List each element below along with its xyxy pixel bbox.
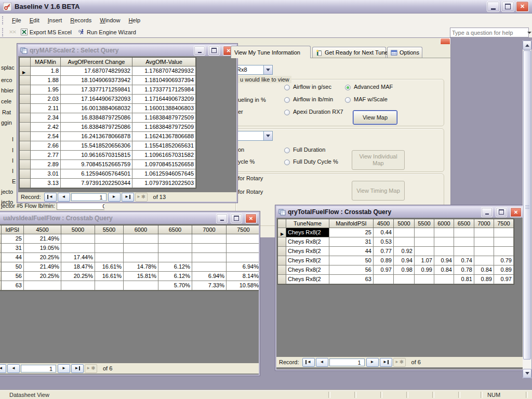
cell[interactable] xyxy=(158,234,192,244)
cell[interactable]: 2.77 xyxy=(31,151,61,160)
cell[interactable]: 1.18104906937394 xyxy=(132,76,196,85)
cell[interactable]: 10.9616570315815 xyxy=(61,151,132,160)
cell[interactable] xyxy=(474,256,494,265)
cell[interactable]: 19.05% xyxy=(24,244,61,253)
cell[interactable]: 0.97 xyxy=(374,265,394,275)
cell[interactable]: Cheys Rx8(2 xyxy=(286,265,329,275)
close-button[interactable] xyxy=(245,214,257,223)
last-record-button[interactable]: ► xyxy=(71,364,84,373)
cell[interactable]: 44 xyxy=(2,253,24,262)
row-selector[interactable] xyxy=(20,169,31,179)
cell[interactable] xyxy=(494,247,514,256)
cell[interactable] xyxy=(474,247,494,256)
column-header[interactable]: 7500 xyxy=(494,219,514,228)
cell[interactable]: 56 xyxy=(329,265,374,275)
menu-help[interactable]: Help xyxy=(124,16,144,25)
cell[interactable] xyxy=(474,237,494,247)
cell[interactable]: 25 xyxy=(329,228,374,237)
cell[interactable] xyxy=(124,253,158,262)
cell[interactable]: 2.11 xyxy=(31,104,61,113)
cell[interactable] xyxy=(95,244,124,253)
column-header[interactable]: AvgOfPercent Change xyxy=(61,58,132,66)
combo-dropdown-icon[interactable] xyxy=(263,65,272,74)
cell[interactable]: 20.25% xyxy=(24,272,61,281)
cell[interactable]: 1.07 xyxy=(415,256,434,265)
column-header[interactable]: TuneName xyxy=(286,219,329,228)
first-record-button[interactable]: ◄ xyxy=(0,364,6,373)
cell[interactable] xyxy=(192,244,227,253)
row-selector[interactable]: ▶ xyxy=(20,66,31,76)
cell[interactable] xyxy=(494,228,514,237)
cell[interactable]: 63 xyxy=(329,275,374,284)
column-header[interactable]: MAFMin xyxy=(31,58,61,66)
cell[interactable]: 0.99 xyxy=(415,265,434,275)
view-timing-map-button[interactable]: View Timing Map xyxy=(352,181,405,201)
column-header[interactable]: 5500 xyxy=(95,225,124,234)
cell[interactable] xyxy=(454,237,474,247)
cell[interactable] xyxy=(394,237,415,247)
menu-file[interactable]: File xyxy=(8,16,25,25)
cell[interactable]: 0.89 xyxy=(474,275,494,284)
row-selector[interactable] xyxy=(20,95,31,104)
row-selector[interactable] xyxy=(20,76,31,85)
row-selector[interactable]: ▶ xyxy=(0,234,2,244)
cell[interactable]: 1.10961657031582 xyxy=(132,151,196,160)
cell[interactable] xyxy=(61,281,95,290)
cell[interactable]: 6.94% xyxy=(227,262,260,272)
cell[interactable]: 56 xyxy=(2,272,24,281)
cell[interactable]: 0.74 xyxy=(454,256,474,265)
cell[interactable]: 44 xyxy=(329,247,374,256)
row-selector[interactable] xyxy=(278,275,286,284)
cell[interactable] xyxy=(95,234,124,244)
cell[interactable]: 0.53 xyxy=(374,237,394,247)
cell[interactable] xyxy=(227,253,260,262)
cell[interactable]: 2.42 xyxy=(31,123,61,132)
record-number-field[interactable]: 1 xyxy=(329,358,365,366)
column-header[interactable]: 6500 xyxy=(454,219,474,228)
cell[interactable]: 50 xyxy=(2,262,24,272)
cell[interactable]: 17.3377171259841 xyxy=(61,85,132,95)
cell[interactable] xyxy=(158,244,192,253)
cell[interactable] xyxy=(227,244,260,253)
maf-scaler-title-bar[interactable]: qryMAFScaler2 : Select Query xyxy=(18,45,236,56)
cell[interactable]: 0.78 xyxy=(454,265,474,275)
next-record-button[interactable]: ► xyxy=(108,193,121,202)
cell[interactable]: 25 xyxy=(2,234,24,244)
cell[interactable]: 20.25% xyxy=(61,272,95,281)
cell[interactable] xyxy=(474,228,494,237)
column-header[interactable]: 5500 xyxy=(415,219,434,228)
cell[interactable] xyxy=(415,247,434,256)
cell[interactable] xyxy=(61,234,95,244)
view-map-button[interactable]: View Map xyxy=(353,110,397,125)
cell[interactable]: 10.58% xyxy=(227,281,260,290)
row-selector[interactable] xyxy=(20,160,31,169)
cell[interactable]: 16.61% xyxy=(95,262,124,272)
cell[interactable]: 1.07973912022503 xyxy=(132,179,196,188)
cell[interactable] xyxy=(192,253,227,262)
cell[interactable]: 18.1049069373942 xyxy=(61,76,132,85)
cell[interactable]: 0.94 xyxy=(434,256,454,265)
tab-options[interactable]: Options xyxy=(387,47,422,58)
row-selector[interactable] xyxy=(278,237,286,247)
row-selector[interactable] xyxy=(278,265,286,275)
cell[interactable]: Cheys Rx8(2 xyxy=(286,228,329,237)
radio-maf-wscale[interactable] xyxy=(345,97,351,103)
radio-airflow-gsec[interactable] xyxy=(284,85,290,90)
row-selector[interactable] xyxy=(20,85,31,95)
first-record-button[interactable]: ◄ xyxy=(302,358,315,367)
cell[interactable]: 63 xyxy=(2,281,24,290)
cell[interactable]: Cheys Rx8(2 xyxy=(286,247,329,256)
cell[interactable]: 31 xyxy=(2,244,24,253)
cell[interactable]: 3.13 xyxy=(31,179,61,188)
cell[interactable]: 15.81% xyxy=(124,272,158,281)
cell[interactable]: 16.8384879725086 xyxy=(61,113,132,123)
column-header[interactable]: 4500 xyxy=(24,225,61,234)
cell[interactable] xyxy=(95,253,124,262)
cell[interactable]: 21.49% xyxy=(24,234,61,244)
help-search-box[interactable] xyxy=(450,28,529,37)
column-header[interactable]: ManifoldPSI xyxy=(329,219,374,228)
cell[interactable] xyxy=(415,275,434,284)
row-selector[interactable] xyxy=(20,132,31,141)
cell[interactable]: 0.81 xyxy=(454,275,474,284)
cell[interactable]: 14.78% xyxy=(124,262,158,272)
